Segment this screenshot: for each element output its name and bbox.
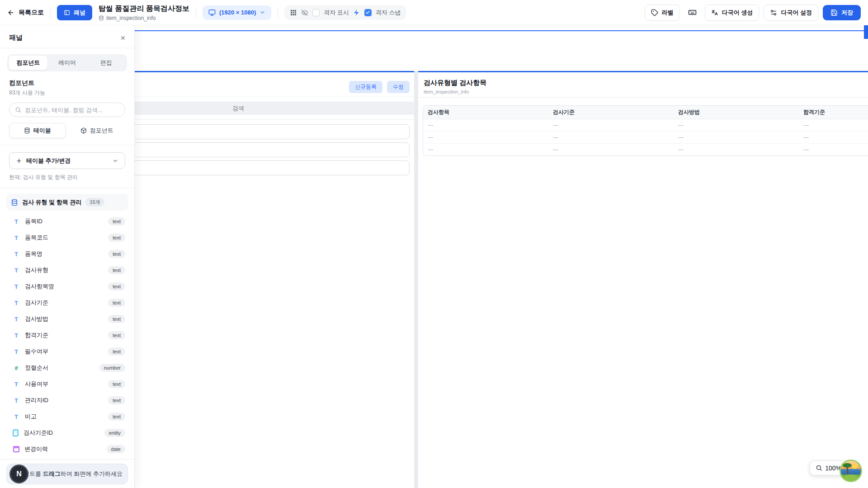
divider (50, 7, 51, 19)
field-row[interactable]: T 품목ID text (6, 213, 128, 230)
field-type-badge: text (108, 234, 125, 242)
plus-icon (16, 158, 22, 164)
back-to-list-button[interactable]: 목록으로 (7, 9, 44, 17)
field-row[interactable]: 변경이력 date (6, 441, 128, 457)
field-name: 품목코드 (25, 234, 48, 242)
action-badge[interactable]: 수정 (387, 81, 410, 93)
resolution-selector[interactable]: (868 × 488) (203, 5, 271, 20)
table-cell: --- (423, 119, 548, 131)
field-name: 비고 (25, 413, 37, 421)
column-header: 검사기준 (548, 106, 674, 119)
back-label: 목록으로 (19, 9, 44, 17)
panel-tabs: 컴포넌트레이어편집 (7, 54, 127, 71)
field-type-icon: T (13, 218, 20, 225)
panel-tab[interactable]: 편집 (87, 56, 126, 70)
table-body: ------------------------------------ (423, 119, 868, 155)
section-title: 컴포넌트 (9, 79, 125, 87)
field-name: 검사유형 (25, 266, 48, 274)
field-row[interactable]: T 비고 text (6, 408, 128, 425)
table-cell: --- (548, 119, 674, 131)
island-emoji-badge[interactable] (840, 460, 862, 482)
panel-tab[interactable]: 레이어 (47, 56, 86, 70)
panel-title: 패널 (9, 33, 23, 42)
keyboard-shortcuts-button[interactable] (684, 5, 700, 20)
save-button[interactable]: 저장 (823, 5, 861, 20)
panel-tab[interactable]: 컴포넌트 (9, 56, 47, 70)
grid-icon[interactable] (290, 9, 297, 16)
field-type-badge: text (108, 331, 125, 339)
card-subtitle: item_inspection_info (424, 89, 469, 94)
field-row[interactable]: T 사용여부 text (6, 376, 128, 392)
view-tab[interactable]: 테이블 (9, 123, 66, 138)
table-group-header[interactable]: 검사 유형 및 항목 관리 15개 (6, 194, 128, 211)
field-type-icon: T (13, 397, 20, 404)
component-search[interactable] (9, 103, 125, 117)
field-rows: T 품목ID text T 품목코드 text T 품목명 text T 검사유… (6, 213, 128, 457)
panel-toggle-button[interactable]: 패널 (57, 5, 92, 20)
page-title: 탑씰 품질관리 품목검사정보 (99, 4, 189, 14)
table-row[interactable]: ------------ (423, 144, 868, 155)
card-title: 검사유형별 검사항목 (424, 79, 486, 87)
field-type-badge: text (108, 380, 125, 388)
search-input[interactable] (25, 107, 119, 113)
lightning-icon (353, 9, 360, 16)
arrow-left-icon (7, 9, 14, 16)
selection-handle[interactable] (864, 25, 868, 39)
field-row[interactable]: T 품목명 text (6, 246, 128, 262)
field-row[interactable]: T 품목코드 text (6, 230, 128, 246)
i18n-settings-button[interactable]: 다국어 설정 (764, 5, 818, 21)
resolution-label: (868 × 488) (219, 9, 256, 16)
group-count-badge: 15개 (85, 198, 104, 206)
field-type-icon: T (13, 381, 20, 388)
table-cell: --- (799, 119, 868, 131)
field-name: 사용여부 (25, 380, 48, 388)
grid-show-checkbox[interactable] (312, 9, 320, 16)
field-row[interactable]: # 정렬순서 number (6, 360, 128, 376)
table-cell: --- (423, 131, 548, 143)
field-type-icon: T (13, 348, 20, 355)
field-type-badge: text (108, 217, 125, 225)
group-name: 검사 유형 및 항목 관리 (22, 198, 81, 206)
add-table-button[interactable]: 테이블 추가/변경 (9, 152, 125, 169)
monitor-icon (208, 9, 216, 16)
panel-left-icon (64, 9, 70, 16)
i18n-generate-button[interactable]: 다국어 생성 (705, 5, 760, 21)
drag-hint-bar: N 컴포넌트를 드래그하여 화면에 추가하세요 (0, 459, 134, 488)
field-row[interactable]: T 관리자ID text (6, 392, 128, 408)
field-type-badge: text (108, 413, 125, 421)
field-row[interactable]: T 검사유형 text (6, 262, 128, 278)
field-type-icon: T (13, 283, 20, 290)
field-row[interactable]: T 검사항목명 text (6, 278, 128, 295)
field-name: 검사방법 (25, 315, 48, 323)
chevron-down-icon (112, 158, 118, 164)
column-header: 검사방법 (674, 106, 799, 119)
field-name: 정렬순서 (25, 364, 48, 372)
field-row[interactable]: 검사기준ID entity (6, 425, 128, 441)
field-row[interactable]: T 합격기준 text (6, 327, 128, 343)
field-type-icon: T (13, 267, 20, 274)
table-card[interactable]: 검사유형별 검사항목 item_inspection_info 검사항목검사기준… (418, 71, 868, 488)
magnifier-icon (816, 465, 822, 471)
table-cell: --- (674, 119, 799, 131)
field-row[interactable]: T 검사방법 text (6, 311, 128, 327)
grid-options-group: 격자 표시 격자 스냅 (284, 5, 406, 20)
table-row[interactable]: ------------ (423, 131, 868, 144)
selection-top-line (62, 30, 868, 31)
table-cell: --- (548, 144, 674, 155)
field-row[interactable]: T 필수여부 text (6, 343, 128, 360)
grid-show-label: 격자 표시 (324, 9, 349, 17)
field-name: 필수여부 (25, 347, 48, 356)
label-button[interactable]: 라벨 (645, 5, 680, 21)
grid-snap-checkbox[interactable] (364, 9, 372, 16)
close-icon[interactable]: × (120, 34, 125, 42)
field-type-icon: T (13, 316, 20, 323)
field-type-icon: T (13, 235, 20, 241)
field-name: 검사기준ID (24, 429, 53, 437)
eye-off-icon[interactable] (301, 9, 308, 16)
view-tab[interactable]: 컴포넌트 (69, 123, 126, 138)
field-row[interactable]: T 검사기준 text (6, 295, 128, 311)
data-table[interactable]: 검사항목검사기준검사방법합격기준 -----------------------… (423, 105, 868, 156)
field-type-badge: text (108, 282, 125, 291)
table-row[interactable]: ------------ (423, 119, 868, 131)
action-badge[interactable]: 신규등록 (349, 81, 382, 93)
